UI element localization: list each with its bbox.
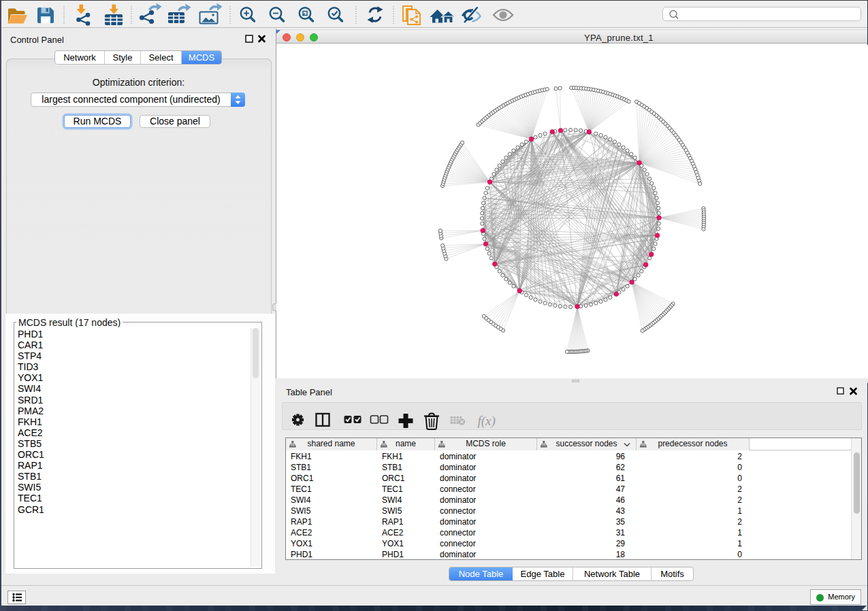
svg-text:f(x): f(x) [478,414,496,429]
